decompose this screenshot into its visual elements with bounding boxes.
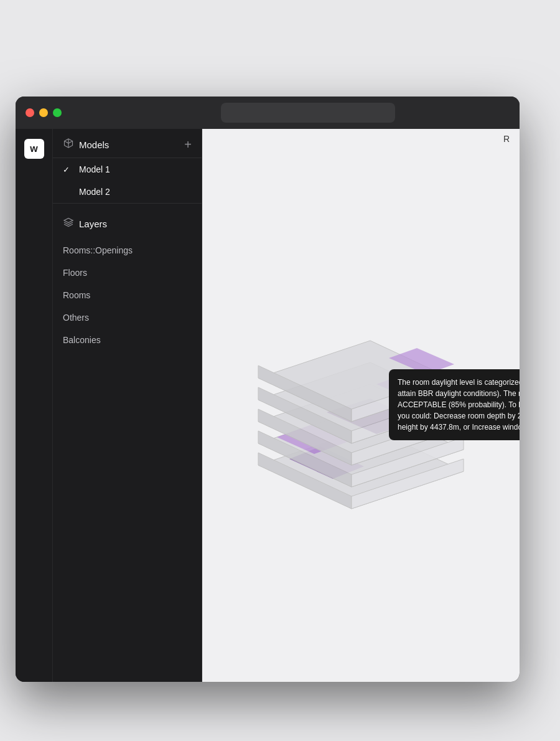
app-logo: w <box>24 139 44 159</box>
layer-floors-label: Floors <box>63 268 87 278</box>
title-bar <box>16 97 520 129</box>
layer-item-balconies[interactable]: Balconies <box>53 329 202 351</box>
main-layout: w Models + <box>16 129 520 682</box>
top-right-label: R <box>493 129 520 149</box>
traffic-lights <box>26 108 62 117</box>
layer-rooms-openings-label: Rooms::Openings <box>63 245 133 255</box>
application-window: w Models + <box>16 97 520 682</box>
layer-item-rooms[interactable]: Rooms <box>53 284 202 306</box>
layer-items-list: Rooms::Openings Floors Rooms Others Balc… <box>53 237 202 354</box>
icon-sidebar: w <box>16 129 53 682</box>
model-1-label: Model 1 <box>79 164 110 174</box>
layer-rooms-label: Rooms <box>63 290 90 300</box>
models-section-header: Models + <box>53 129 202 158</box>
layer-balconies-label: Balconies <box>63 335 101 345</box>
models-icon <box>63 138 74 151</box>
search-bar[interactable] <box>221 103 395 123</box>
tooltip-text: The room daylight level is categorized..… <box>398 378 520 432</box>
layer-item-floors[interactable]: Floors <box>53 262 202 284</box>
close-button[interactable] <box>26 108 34 117</box>
check-icon: ✓ <box>63 165 73 174</box>
layers-section-header: Layers <box>53 209 202 237</box>
model-item-1[interactable]: ✓ Model 1 <box>53 158 202 181</box>
model-item-2[interactable]: Model 2 <box>53 181 202 203</box>
minimize-button[interactable] <box>39 108 48 117</box>
daylight-tooltip: The room daylight level is categorized..… <box>389 369 520 440</box>
layers-title-label: Layers <box>79 219 107 229</box>
layers-divider <box>53 203 202 204</box>
layer-item-rooms-openings[interactable]: Rooms::Openings <box>53 239 202 262</box>
building-visualization: The room daylight level is categorized..… <box>233 222 520 521</box>
model-2-label: Model 2 <box>79 187 110 197</box>
layers-section: Layers Rooms::Openings Floors Rooms Othe… <box>53 209 202 354</box>
layer-item-others[interactable]: Others <box>53 306 202 329</box>
models-title-label: Models <box>79 139 109 150</box>
models-add-button[interactable]: + <box>184 138 192 151</box>
maximize-button[interactable] <box>53 108 62 117</box>
panel-sidebar: Models + ✓ Model 1 Model 2 <box>53 129 202 682</box>
main-3d-viewer[interactable]: R <box>202 129 520 682</box>
models-section-title: Models <box>63 138 109 151</box>
layers-icon <box>63 217 74 230</box>
layer-others-label: Others <box>63 313 89 323</box>
